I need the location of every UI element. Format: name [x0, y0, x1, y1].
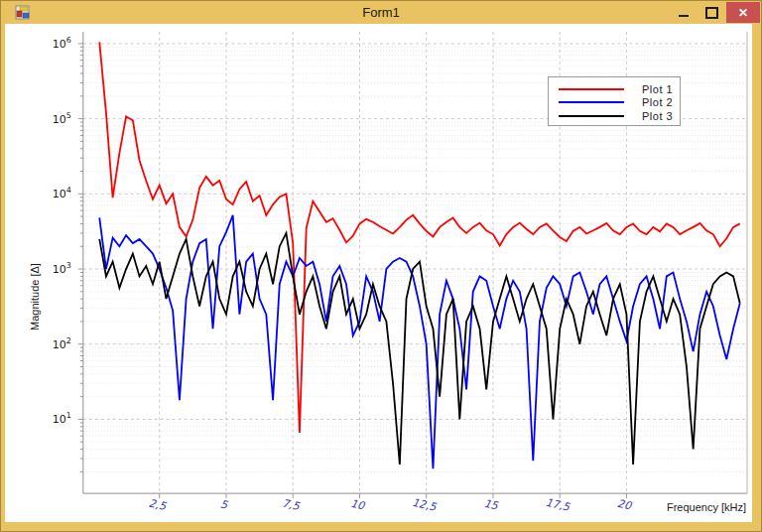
legend-line-plot2-icon	[559, 101, 624, 103]
window-controls: ✕	[669, 2, 760, 23]
svg-text:10: 10	[349, 497, 366, 513]
svg-text:102: 102	[53, 336, 71, 351]
svg-text:7,5: 7,5	[281, 496, 302, 513]
svg-text:101: 101	[53, 411, 71, 426]
svg-text:103: 103	[53, 261, 71, 276]
legend-line-plot3-icon	[559, 115, 624, 117]
legend-line-plot1-icon	[559, 88, 624, 90]
legend-label-plot2: Plot 2	[642, 96, 673, 108]
close-icon: ✕	[738, 7, 748, 19]
chart-area: 1011021031041051062,557,51012,51517,520 …	[5, 24, 752, 522]
legend: Plot 1 Plot 2 Plot 3	[548, 76, 681, 126]
svg-text:5: 5	[219, 498, 230, 512]
svg-text:17,5: 17,5	[545, 496, 572, 514]
maximize-icon	[705, 7, 718, 19]
legend-item-plot2: Plot 2	[549, 96, 680, 109]
svg-text:15: 15	[483, 497, 500, 513]
app-window: Form1 ✕ 1011021031041051062,557,51012,51…	[0, 0, 762, 532]
legend-label-plot1: Plot 1	[642, 83, 673, 95]
legend-label-plot3: Plot 3	[642, 110, 673, 122]
svg-text:104: 104	[53, 186, 71, 200]
minimize-button[interactable]	[669, 2, 698, 23]
maximize-button[interactable]	[698, 2, 726, 23]
svg-text:105: 105	[53, 111, 71, 126]
svg-text:106: 106	[53, 36, 71, 51]
legend-item-plot1: Plot 1	[549, 82, 680, 95]
close-button[interactable]: ✕	[726, 2, 760, 23]
window-title: Form1	[1, 5, 761, 20]
svg-text:20: 20	[616, 497, 633, 513]
svg-text:12,5: 12,5	[411, 496, 439, 514]
minimize-icon	[679, 15, 689, 17]
svg-text:2,5: 2,5	[148, 496, 169, 513]
titlebar[interactable]: Form1 ✕	[1, 1, 761, 24]
x-axis-title: Frequency [kHz]	[667, 501, 746, 513]
legend-item-plot3: Plot 3	[549, 109, 680, 122]
y-axis-title: Magnitude [Δ]	[29, 263, 41, 331]
